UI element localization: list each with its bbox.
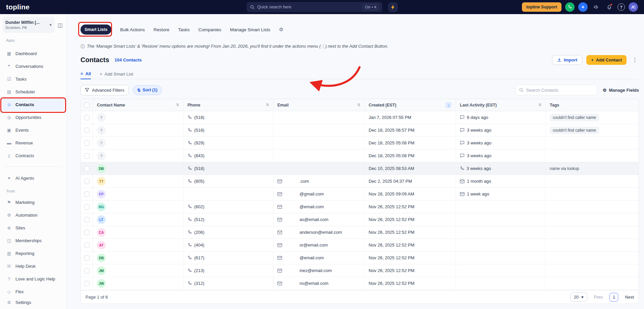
ai-tools-button[interactable] <box>578 2 588 12</box>
phone-dialer-button[interactable] <box>565 2 575 12</box>
next-page-button[interactable]: Next <box>625 295 634 300</box>
tabs-settings-icon[interactable]: ⚙ <box>279 27 283 33</box>
notifications-button[interactable] <box>604 2 614 12</box>
column-header-last-activity-est-[interactable]: Last Activity (EST) ⇅ <box>456 99 546 111</box>
manage-fields-button[interactable]: ⚙ Manage Fields <box>603 88 639 93</box>
sidebar-item-revenue[interactable]: ▬ Revenue <box>3 136 64 149</box>
tasks-icon: ☑ <box>6 77 12 82</box>
sidebar-item-love-and-logic-help[interactable]: ? Love and Logic Help <box>3 272 64 285</box>
prev-page-button[interactable]: Prev <box>594 295 603 300</box>
contacts-count-link[interactable]: 104 Contacts <box>115 57 142 62</box>
current-page-button[interactable]: 1 <box>609 293 618 302</box>
tags-cell <box>546 226 639 238</box>
account-switcher[interactable]: Dunder Mifflin [... Scranton, PA ▾ <box>3 17 54 33</box>
sidebar-item-contracts[interactable]: ▯ Contracts <box>3 149 64 162</box>
support-button[interactable]: topline Support <box>522 2 561 12</box>
row-checkbox[interactable] <box>84 204 90 210</box>
row-checkbox[interactable] <box>84 166 90 171</box>
sidebar-item-events[interactable]: ▣ Events <box>3 124 64 136</box>
table-row[interactable]: CA (206) anderson@email.com Nov 26, 2025… <box>81 226 639 239</box>
sidebar-item-dashboard[interactable]: ▦ Dashboard <box>3 47 64 60</box>
sidebar: Dunder Mifflin [... Scranton, PA ▾ ◫ App… <box>0 14 67 309</box>
sidebar-item-automation[interactable]: ⚙ Automation <box>3 209 64 221</box>
table-row[interactable]: ? (843) Dec 18, 2025 05:08 PM <box>81 149 639 162</box>
advanced-filters-button[interactable]: Advanced Filters <box>80 85 129 95</box>
table-row[interactable]: ? (518) Jan 7, 2026 07:55 PM <box>81 111 639 124</box>
sidebar-item-scheduler[interactable]: ▤ Scheduler <box>3 85 64 98</box>
column-header-contact-name[interactable]: Contact Name ⇅ <box>93 99 183 111</box>
table-row[interactable]: AT (404) or@email.com Nov 26, 2025 12:52… <box>81 239 639 252</box>
sidebar-item-contacts[interactable]: ☺ Contacts <box>3 98 64 111</box>
row-checkbox[interactable] <box>84 140 90 146</box>
announcements-button[interactable] <box>591 2 601 12</box>
row-checkbox[interactable] <box>84 153 90 159</box>
row-checkbox[interactable] <box>84 268 90 273</box>
table-row[interactable]: LT (512) as@email.com Nov 26, 2025 12:52… <box>81 213 639 226</box>
select-all-checkbox[interactable] <box>84 102 90 108</box>
contact-search-input[interactable] <box>526 88 594 93</box>
table-row[interactable]: DB (617) @email.com Nov 26, 2025 12:52 P… <box>81 252 639 264</box>
row-checkbox[interactable] <box>84 255 90 261</box>
last-activity-cell <box>456 264 546 277</box>
user-avatar[interactable]: JC <box>629 2 638 12</box>
tab-bulk-actions[interactable]: Bulk Actions <box>120 27 145 32</box>
quick-actions-button[interactable] <box>388 3 397 12</box>
sort-icon: ⇅ <box>137 88 141 93</box>
contact-search[interactable] <box>515 85 597 95</box>
quick-search[interactable]: Ctrl + K <box>247 2 382 12</box>
table-row[interactable]: ? (518) Dec 18, 2025 06:57 PM <box>81 124 639 137</box>
row-checkbox[interactable] <box>84 242 90 248</box>
more-actions-icon[interactable]: ⋮ <box>631 56 639 63</box>
row-checkbox[interactable] <box>84 281 90 286</box>
sidebar-item-opportunities[interactable]: ◎ Opportunities <box>3 111 64 124</box>
column-header-email[interactable]: Email ⇅ <box>273 99 365 111</box>
row-checkbox[interactable] <box>84 115 90 120</box>
row-checkbox[interactable] <box>84 191 90 197</box>
sidebar-item-sites[interactable]: ⊕ Sites <box>3 221 64 234</box>
quick-search-input[interactable] <box>257 5 360 9</box>
row-checkbox[interactable] <box>84 179 90 184</box>
last-activity-cell <box>456 201 546 213</box>
table-row[interactable]: JM (213) inez@email.com Nov 26, 2025 12:… <box>81 264 639 277</box>
sidebar-item-help-desk[interactable]: ☏ Help Desk <box>3 260 64 272</box>
page-size-select[interactable]: 20 ▾ <box>570 293 587 302</box>
column-header-tags[interactable]: Tags <box>546 99 639 111</box>
row-checkbox[interactable] <box>84 217 90 222</box>
sidebar-item-reporting[interactable]: ▥ Reporting <box>3 247 64 260</box>
email-cell: @email.com <box>273 252 365 264</box>
tab-restore[interactable]: Restore <box>154 27 169 32</box>
sidebar-collapse-icon[interactable]: ◫ <box>56 20 64 30</box>
tab-companies[interactable]: Companies <box>198 27 221 32</box>
table-row[interactable]: RG (602) @email.com Nov 26, 2025 12:52 P… <box>81 201 639 213</box>
table-row[interactable]: JW (312) ns@email.com Nov 26, 2025 12:52… <box>81 277 639 290</box>
last-activity-cell: 3 weeks ago <box>456 124 546 136</box>
contact-name-cell: AT <box>93 239 183 251</box>
revenue-icon: ▬ <box>6 140 12 145</box>
sidebar-item-memberships[interactable]: ◫ Memberships <box>3 234 64 247</box>
sidebar-item-settings[interactable]: ⚙ Settings <box>3 296 64 309</box>
table-row[interactable]: TT (805) .com Dec 2, 2025 04:37 PM <box>81 175 639 188</box>
tab-all[interactable]: ≡ All <box>80 69 91 79</box>
tab-manage-smart-lists[interactable]: Manage Smart Lists <box>230 27 270 32</box>
app-logo: topline <box>6 3 30 11</box>
help-button[interactable]: ? <box>618 3 625 11</box>
import-button[interactable]: Import <box>552 55 582 65</box>
add-smart-list-button[interactable]: + Add Smart List <box>100 69 133 79</box>
row-checkbox[interactable] <box>84 230 90 235</box>
sidebar-item-marketing[interactable]: ⚑ Marketing <box>3 196 64 209</box>
sidebar-item-tasks[interactable]: ☑ Tasks <box>3 73 64 85</box>
table-row[interactable]: FP @gmail.com Nov 28, 2025 09:09 AM <box>81 188 639 201</box>
row-checkbox[interactable] <box>84 128 90 133</box>
column-header-created-est-[interactable]: Created (EST) ↓ <box>365 99 456 111</box>
sort-button[interactable]: ⇅ Sort (1) <box>133 85 162 95</box>
add-contact-button[interactable]: + Add Contact <box>586 55 627 65</box>
email-cell <box>273 137 365 149</box>
sort-icon: ⇅ <box>266 103 269 107</box>
tab-tasks[interactable]: Tasks <box>178 27 190 32</box>
table-row[interactable]: ? (929) Dec 18, 2025 05:08 PM <box>81 137 639 149</box>
tab-smart-lists[interactable]: Smart Lists <box>80 25 111 35</box>
column-header-phone[interactable]: Phone ⇅ <box>183 99 273 111</box>
sidebar-item-ai-agents[interactable]: ✦ AI Agents <box>3 172 64 184</box>
table-row[interactable]: DB (518) Dec 10, 2025 08:53 AM <box>81 162 639 175</box>
sidebar-item-conversations[interactable]: ❝ Conversations <box>3 60 64 73</box>
